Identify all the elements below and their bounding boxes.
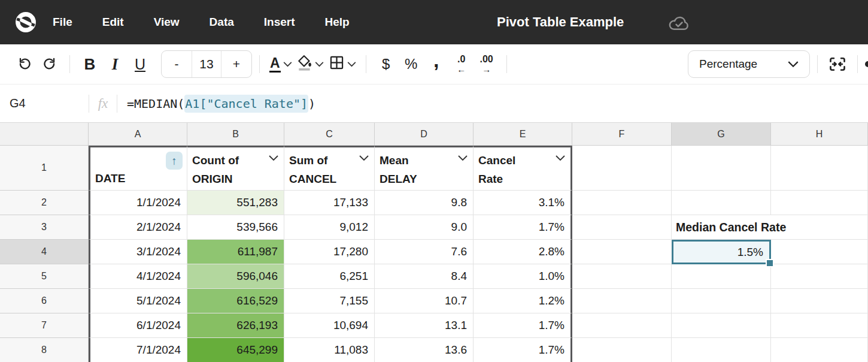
cell-F4[interactable] <box>572 240 672 264</box>
cell-C1-sum-of-cancel-header[interactable]: Sum of CANCEL <box>284 146 375 191</box>
column-header-b[interactable]: B <box>187 123 284 146</box>
column-header-f[interactable]: F <box>572 123 672 146</box>
cell-D8[interactable]: 13.6 <box>375 338 474 362</box>
cell-C4[interactable]: 17,280 <box>284 240 375 264</box>
italic-button[interactable]: I <box>102 51 128 77</box>
cell-H4[interactable] <box>771 240 868 264</box>
thousands-separator-button[interactable]: , <box>424 51 449 77</box>
cell-G4-selected[interactable]: 1.5% <box>672 240 771 264</box>
redo-button[interactable] <box>37 51 62 77</box>
cell-C7[interactable]: 10,694 <box>284 313 375 338</box>
cell-G6[interactable] <box>672 289 771 313</box>
font-size-decrease-button[interactable]: - <box>162 51 192 77</box>
cell-G8[interactable] <box>672 338 771 362</box>
cell-E8[interactable]: 1.7% <box>474 338 572 362</box>
text-color-button[interactable]: A <box>267 51 295 77</box>
cell-A8[interactable]: 7/1/2024 <box>89 338 187 362</box>
undo-button[interactable] <box>12 51 37 77</box>
cell-G2[interactable] <box>672 191 771 215</box>
menu-help[interactable]: Help <box>325 16 350 29</box>
cell-C5[interactable]: 6,251 <box>284 264 375 289</box>
cell-F7[interactable] <box>572 313 672 338</box>
cell-D5[interactable]: 8.4 <box>375 264 474 289</box>
cell-H6[interactable] <box>771 289 868 313</box>
cell-D4[interactable]: 7.6 <box>375 240 474 264</box>
cell-A6[interactable]: 5/1/2024 <box>89 289 187 313</box>
cell-A7[interactable]: 6/1/2024 <box>89 313 187 338</box>
cell-B2[interactable]: 551,283 <box>187 191 284 215</box>
cell-E4[interactable]: 2.8% <box>474 240 572 264</box>
column-header-e[interactable]: E <box>474 123 572 146</box>
cell-F2[interactable] <box>572 191 672 215</box>
column-header-a[interactable]: A <box>89 123 187 146</box>
currency-format-button[interactable]: $ <box>374 51 399 77</box>
sort-ascending-icon[interactable]: ↑ <box>166 152 183 170</box>
percent-format-button[interactable]: % <box>399 51 424 77</box>
row-header-5[interactable]: 5 <box>0 264 89 289</box>
row-header-4-selected[interactable]: 4 <box>0 240 89 264</box>
cell-E7[interactable]: 1.7% <box>474 313 572 338</box>
cell-H7[interactable] <box>771 313 868 338</box>
cell-A1-date-header[interactable]: DATE ↑ <box>89 146 187 191</box>
cell-D1-mean-delay-header[interactable]: Mean DELAY <box>375 146 474 191</box>
cell-F6[interactable] <box>572 289 672 313</box>
cell-A5[interactable]: 4/1/2024 <box>89 264 187 289</box>
cell-A3[interactable]: 2/1/2024 <box>89 215 187 240</box>
cell-G5[interactable] <box>672 264 771 289</box>
number-format-dropdown[interactable]: Percentage <box>688 50 810 78</box>
column-header-g-selected[interactable]: G <box>672 123 771 146</box>
cell-B6[interactable]: 616,529 <box>187 289 284 313</box>
menu-file[interactable]: File <box>53 16 72 29</box>
cell-E1-cancel-rate-header[interactable]: Cancel Rate <box>474 146 572 191</box>
cell-reference-box[interactable]: G4 <box>0 96 89 110</box>
cell-B3[interactable]: 539,566 <box>187 215 284 240</box>
cell-F1[interactable] <box>572 146 672 191</box>
borders-button[interactable] <box>326 51 359 77</box>
font-size-increase-button[interactable]: + <box>221 51 251 77</box>
menu-insert[interactable]: Insert <box>264 16 295 29</box>
app-logo-icon[interactable] <box>15 11 37 35</box>
cell-H5[interactable] <box>771 264 868 289</box>
increase-decimals-button[interactable]: .00 → <box>474 51 499 77</box>
data-actions-button[interactable] <box>825 51 850 77</box>
cell-F8[interactable] <box>572 338 672 362</box>
menu-data[interactable]: Data <box>210 16 234 29</box>
cell-H8[interactable] <box>771 338 868 362</box>
document-title[interactable]: Pivot Table Example <box>497 0 624 44</box>
cell-B4[interactable]: 611,987 <box>187 240 284 264</box>
cell-D2[interactable]: 9.8 <box>375 191 474 215</box>
cell-B7[interactable]: 626,193 <box>187 313 284 338</box>
cell-C2[interactable]: 17,133 <box>284 191 375 215</box>
cell-B1-count-of-origin-header[interactable]: Count of ORIGIN <box>187 146 284 191</box>
row-header-1[interactable]: 1 <box>0 146 89 191</box>
cell-B8[interactable]: 645,299 <box>187 338 284 362</box>
cell-G3-median-label[interactable]: Median Cancel Rate <box>672 215 771 240</box>
cell-A2[interactable]: 1/1/2024 <box>89 191 187 215</box>
row-header-3[interactable]: 3 <box>0 215 89 240</box>
formula-input[interactable]: =MEDIAN(A1["Cancel Rate"]) <box>117 96 315 111</box>
cell-D7[interactable]: 13.1 <box>375 313 474 338</box>
column-header-h[interactable]: H <box>771 123 868 146</box>
cell-A4[interactable]: 3/1/2024 <box>89 240 187 264</box>
menu-edit[interactable]: Edit <box>102 16 124 29</box>
cell-F5[interactable] <box>572 264 672 289</box>
decrease-decimals-button[interactable]: .0 ← <box>449 51 474 77</box>
fill-handle[interactable] <box>766 259 774 267</box>
row-header-8[interactable]: 8 <box>0 338 89 362</box>
menu-view[interactable]: View <box>154 16 180 29</box>
grid-corner[interactable] <box>0 123 89 146</box>
cell-E6[interactable]: 1.2% <box>474 289 572 313</box>
overflow-menu-icon[interactable] <box>865 61 868 67</box>
row-header-2[interactable]: 2 <box>0 191 89 215</box>
cell-E3[interactable]: 1.7% <box>474 215 572 240</box>
row-header-6[interactable]: 6 <box>0 289 89 313</box>
cell-B5[interactable]: 596,046 <box>187 264 284 289</box>
cell-G7[interactable] <box>672 313 771 338</box>
cell-E2[interactable]: 3.1% <box>474 191 572 215</box>
cell-D6[interactable]: 10.7 <box>375 289 474 313</box>
cell-G1[interactable] <box>672 146 771 191</box>
cell-H2[interactable] <box>771 191 868 215</box>
cell-C6[interactable]: 7,155 <box>284 289 375 313</box>
column-header-d[interactable]: D <box>375 123 474 146</box>
cell-E5[interactable]: 1.0% <box>474 264 572 289</box>
